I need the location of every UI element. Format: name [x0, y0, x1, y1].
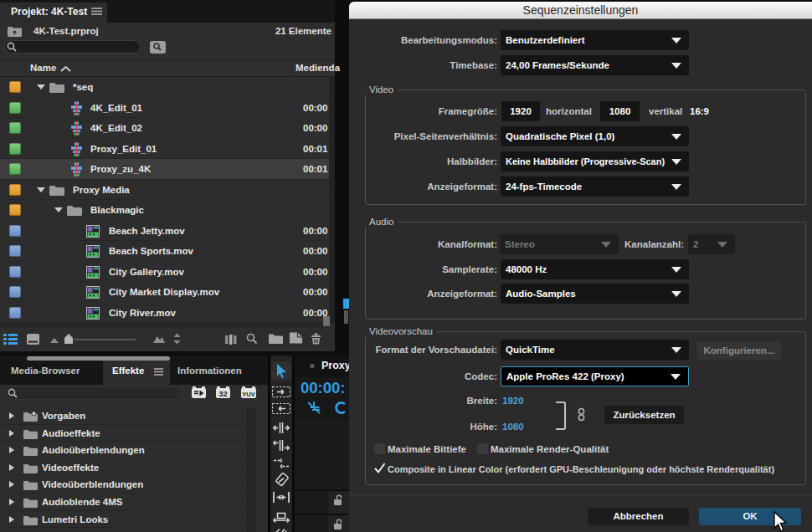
- svg-text:32: 32: [218, 389, 228, 398]
- svg-text:YUV: YUV: [242, 391, 254, 398]
